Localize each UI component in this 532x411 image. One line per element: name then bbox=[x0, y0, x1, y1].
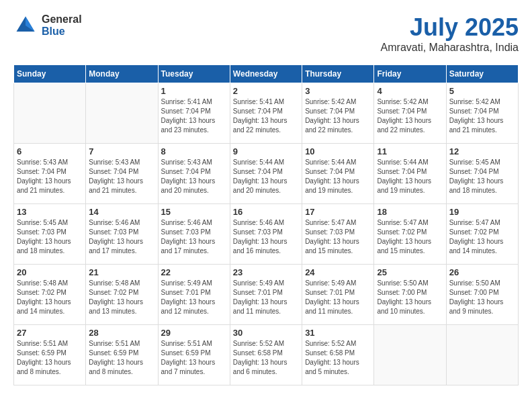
day-number: 20 bbox=[17, 267, 83, 277]
day-number: 24 bbox=[305, 267, 371, 277]
calendar-day-cell: 4Sunrise: 5:42 AM Sunset: 7:04 PM Daylig… bbox=[374, 83, 446, 144]
day-info: Sunrise: 5:49 AM Sunset: 7:01 PM Dayligh… bbox=[305, 279, 371, 316]
calendar-day-cell: 2Sunrise: 5:41 AM Sunset: 7:04 PM Daylig… bbox=[230, 83, 302, 144]
day-number: 2 bbox=[233, 86, 299, 96]
calendar-day-cell: 29Sunrise: 5:51 AM Sunset: 6:59 PM Dayli… bbox=[158, 325, 230, 385]
day-number: 18 bbox=[377, 207, 443, 217]
calendar-day-cell: 8Sunrise: 5:43 AM Sunset: 7:04 PM Daylig… bbox=[158, 144, 230, 204]
logo-text: General Blue bbox=[42, 13, 82, 37]
day-number: 23 bbox=[233, 267, 299, 277]
day-info: Sunrise: 5:52 AM Sunset: 6:58 PM Dayligh… bbox=[305, 339, 371, 377]
calendar-day-cell: 9Sunrise: 5:44 AM Sunset: 7:04 PM Daylig… bbox=[230, 144, 302, 204]
day-of-week-header: Thursday bbox=[302, 65, 374, 83]
calendar-day-cell: 24Sunrise: 5:49 AM Sunset: 7:01 PM Dayli… bbox=[302, 265, 374, 325]
day-number: 10 bbox=[305, 146, 371, 156]
day-number: 16 bbox=[233, 207, 299, 217]
calendar-day-cell: 5Sunrise: 5:42 AM Sunset: 7:04 PM Daylig… bbox=[446, 83, 518, 144]
calendar-day-cell bbox=[446, 325, 518, 385]
calendar-day-cell: 3Sunrise: 5:42 AM Sunset: 7:04 PM Daylig… bbox=[302, 83, 374, 144]
day-info: Sunrise: 5:50 AM Sunset: 7:00 PM Dayligh… bbox=[377, 279, 443, 316]
day-info: Sunrise: 5:42 AM Sunset: 7:04 PM Dayligh… bbox=[449, 97, 515, 135]
calendar-day-cell: 25Sunrise: 5:50 AM Sunset: 7:00 PM Dayli… bbox=[374, 265, 446, 325]
day-info: Sunrise: 5:43 AM Sunset: 7:04 PM Dayligh… bbox=[161, 158, 227, 195]
day-number: 7 bbox=[89, 146, 154, 156]
day-info: Sunrise: 5:43 AM Sunset: 7:04 PM Dayligh… bbox=[17, 158, 83, 195]
month-year-title: July 2025 bbox=[381, 13, 519, 42]
calendar-day-cell bbox=[374, 325, 446, 385]
day-number: 27 bbox=[17, 328, 83, 338]
day-number: 6 bbox=[17, 146, 83, 156]
day-info: Sunrise: 5:44 AM Sunset: 7:04 PM Dayligh… bbox=[305, 158, 371, 195]
day-of-week-header: Tuesday bbox=[158, 65, 230, 83]
day-info: Sunrise: 5:45 AM Sunset: 7:04 PM Dayligh… bbox=[449, 158, 515, 195]
day-info: Sunrise: 5:51 AM Sunset: 6:59 PM Dayligh… bbox=[161, 339, 227, 377]
logo-blue-label: Blue bbox=[42, 26, 82, 38]
calendar-day-cell: 26Sunrise: 5:50 AM Sunset: 7:00 PM Dayli… bbox=[446, 265, 518, 325]
day-number: 4 bbox=[377, 86, 443, 96]
calendar-day-cell: 28Sunrise: 5:51 AM Sunset: 6:59 PM Dayli… bbox=[86, 325, 158, 385]
location-subtitle: Amravati, Maharashtra, India bbox=[381, 42, 519, 54]
day-number: 13 bbox=[17, 207, 83, 217]
title-area: July 2025 Amravati, Maharashtra, India bbox=[381, 13, 519, 54]
day-info: Sunrise: 5:44 AM Sunset: 7:04 PM Dayligh… bbox=[233, 158, 299, 195]
day-number: 14 bbox=[89, 207, 154, 217]
day-number: 25 bbox=[377, 267, 443, 277]
calendar-day-cell: 30Sunrise: 5:52 AM Sunset: 6:58 PM Dayli… bbox=[230, 325, 302, 385]
day-of-week-header: Monday bbox=[86, 65, 158, 83]
day-info: Sunrise: 5:46 AM Sunset: 7:03 PM Dayligh… bbox=[161, 218, 227, 256]
calendar-day-cell: 14Sunrise: 5:46 AM Sunset: 7:03 PM Dayli… bbox=[86, 204, 158, 265]
day-info: Sunrise: 5:41 AM Sunset: 7:04 PM Dayligh… bbox=[233, 97, 299, 135]
day-info: Sunrise: 5:42 AM Sunset: 7:04 PM Dayligh… bbox=[377, 97, 443, 135]
calendar-week-row: 27Sunrise: 5:51 AM Sunset: 6:59 PM Dayli… bbox=[14, 325, 519, 385]
calendar-table: SundayMondayTuesdayWednesdayThursdayFrid… bbox=[13, 64, 519, 385]
day-info: Sunrise: 5:41 AM Sunset: 7:04 PM Dayligh… bbox=[161, 97, 227, 135]
calendar-day-cell: 12Sunrise: 5:45 AM Sunset: 7:04 PM Dayli… bbox=[446, 144, 518, 204]
day-number: 11 bbox=[377, 146, 443, 156]
calendar-week-row: 6Sunrise: 5:43 AM Sunset: 7:04 PM Daylig… bbox=[14, 144, 519, 204]
logo-general-label: General bbox=[42, 13, 82, 26]
calendar-day-cell: 15Sunrise: 5:46 AM Sunset: 7:03 PM Dayli… bbox=[158, 204, 230, 265]
day-info: Sunrise: 5:50 AM Sunset: 7:00 PM Dayligh… bbox=[449, 279, 515, 316]
day-number: 19 bbox=[449, 207, 515, 217]
header: General Blue July 2025 Amravati, Maharas… bbox=[13, 13, 519, 54]
day-info: Sunrise: 5:44 AM Sunset: 7:04 PM Dayligh… bbox=[377, 158, 443, 195]
day-number: 1 bbox=[161, 86, 227, 96]
calendar-day-cell: 23Sunrise: 5:49 AM Sunset: 7:01 PM Dayli… bbox=[230, 265, 302, 325]
logo-icon bbox=[13, 13, 38, 38]
calendar-day-cell: 27Sunrise: 5:51 AM Sunset: 6:59 PM Dayli… bbox=[14, 325, 86, 385]
day-info: Sunrise: 5:47 AM Sunset: 7:02 PM Dayligh… bbox=[377, 218, 443, 256]
day-info: Sunrise: 5:46 AM Sunset: 7:03 PM Dayligh… bbox=[89, 218, 154, 256]
day-number: 21 bbox=[89, 267, 154, 277]
calendar-day-cell: 21Sunrise: 5:48 AM Sunset: 7:02 PM Dayli… bbox=[86, 265, 158, 325]
calendar-day-cell bbox=[14, 83, 86, 144]
day-number: 5 bbox=[449, 86, 515, 96]
calendar-day-cell: 16Sunrise: 5:46 AM Sunset: 7:03 PM Dayli… bbox=[230, 204, 302, 265]
calendar-day-cell: 18Sunrise: 5:47 AM Sunset: 7:02 PM Dayli… bbox=[374, 204, 446, 265]
day-number: 12 bbox=[449, 146, 515, 156]
day-of-week-header: Sunday bbox=[14, 65, 86, 83]
day-of-week-header: Friday bbox=[374, 65, 446, 83]
day-number: 17 bbox=[305, 207, 371, 217]
day-number: 15 bbox=[161, 207, 227, 217]
calendar-day-cell: 19Sunrise: 5:47 AM Sunset: 7:02 PM Dayli… bbox=[446, 204, 518, 265]
calendar-day-cell: 13Sunrise: 5:45 AM Sunset: 7:03 PM Dayli… bbox=[14, 204, 86, 265]
logo: General Blue bbox=[13, 13, 82, 38]
day-info: Sunrise: 5:47 AM Sunset: 7:02 PM Dayligh… bbox=[449, 218, 515, 256]
calendar-day-cell: 11Sunrise: 5:44 AM Sunset: 7:04 PM Dayli… bbox=[374, 144, 446, 204]
calendar-week-row: 13Sunrise: 5:45 AM Sunset: 7:03 PM Dayli… bbox=[14, 204, 519, 265]
calendar-day-cell: 20Sunrise: 5:48 AM Sunset: 7:02 PM Dayli… bbox=[14, 265, 86, 325]
day-info: Sunrise: 5:49 AM Sunset: 7:01 PM Dayligh… bbox=[233, 279, 299, 316]
day-number: 28 bbox=[89, 328, 154, 338]
day-info: Sunrise: 5:43 AM Sunset: 7:04 PM Dayligh… bbox=[89, 158, 154, 195]
day-info: Sunrise: 5:47 AM Sunset: 7:03 PM Dayligh… bbox=[305, 218, 371, 256]
day-number: 29 bbox=[161, 328, 227, 338]
calendar-day-cell: 6Sunrise: 5:43 AM Sunset: 7:04 PM Daylig… bbox=[14, 144, 86, 204]
day-number: 3 bbox=[305, 86, 371, 96]
calendar-week-row: 1Sunrise: 5:41 AM Sunset: 7:04 PM Daylig… bbox=[14, 83, 519, 144]
day-info: Sunrise: 5:48 AM Sunset: 7:02 PM Dayligh… bbox=[17, 279, 83, 316]
day-number: 30 bbox=[233, 328, 299, 338]
calendar-day-cell: 10Sunrise: 5:44 AM Sunset: 7:04 PM Dayli… bbox=[302, 144, 374, 204]
day-number: 22 bbox=[161, 267, 227, 277]
day-info: Sunrise: 5:46 AM Sunset: 7:03 PM Dayligh… bbox=[233, 218, 299, 256]
calendar-day-cell: 7Sunrise: 5:43 AM Sunset: 7:04 PM Daylig… bbox=[86, 144, 158, 204]
